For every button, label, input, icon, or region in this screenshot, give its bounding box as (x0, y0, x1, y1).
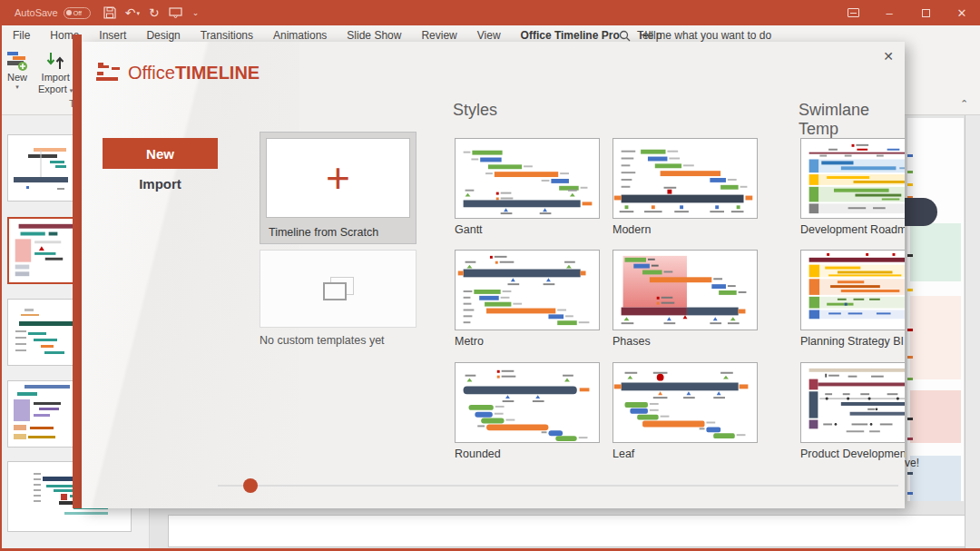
tab-slide-show[interactable]: Slide Show (347, 29, 401, 42)
tab-view[interactable]: View (477, 29, 501, 42)
minimize-button[interactable]: – (871, 0, 907, 25)
tab-file[interactable]: File (13, 29, 30, 42)
tab-transitions[interactable]: Transitions (201, 29, 253, 42)
office-timeline-logo: OfficeTIMELINE (96, 60, 260, 82)
save-icon[interactable] (103, 6, 116, 19)
search-icon (619, 30, 631, 42)
autosave-state: Off (74, 10, 82, 16)
start-presentation-button[interactable] (169, 7, 182, 19)
tab-design[interactable]: Design (146, 29, 180, 42)
styles-heading: Styles (453, 101, 497, 120)
swimlane-product-development-label: Product Development & (800, 448, 905, 460)
autosave-toggle[interactable]: AutoSave Off (15, 7, 91, 19)
tab-animations[interactable]: Animations (273, 29, 327, 42)
scratch-card-canvas: + (266, 138, 410, 218)
window-controls: – ✕ (835, 0, 980, 25)
style-leaf-thumbnail[interactable] (612, 362, 758, 443)
ribbon-display-icon (848, 8, 859, 17)
new-caret-icon: ▾ (15, 84, 19, 91)
window-right-gutter (965, 115, 980, 548)
logo-text: OfficeTIMELINE (128, 64, 260, 82)
clipped-text: ve! (905, 457, 919, 469)
ribbon-new-label: New (7, 72, 27, 84)
template-zoom-slider-handle[interactable] (243, 478, 258, 493)
ribbon-import-export-button[interactable]: Import Export ▾ (38, 47, 73, 94)
tab-insert[interactable]: Insert (99, 29, 126, 42)
office-timeline-logo-icon (96, 60, 122, 82)
undo-icon: ↶ (125, 6, 136, 19)
scratch-card-label: Timeline from Scratch (269, 226, 378, 239)
dialog-close-button[interactable]: ✕ (877, 45, 900, 67)
ribbon-new-button[interactable]: New ▾ (5, 47, 29, 94)
title-bar: AutoSave Off ↶ ▾ ↻ ⌄ – ✕ (0, 0, 980, 25)
underlying-task-pane (907, 118, 964, 501)
style-metro-thumbnail[interactable] (455, 250, 600, 330)
style-phases-label: Phases (612, 335, 767, 348)
current-slide-canvas[interactable] (168, 515, 966, 547)
dialog-nav-new[interactable]: New (103, 138, 218, 169)
redo-button[interactable]: ↻ (149, 6, 160, 19)
custom-card-canvas (260, 250, 416, 328)
quick-access-toolbar: ↶ ▾ ↻ ⌄ (103, 6, 200, 19)
style-phases-thumbnail[interactable] (612, 250, 758, 330)
tab-review[interactable]: Review (421, 29, 456, 42)
swimlane-development-roadmap-label: Development Roadmap (800, 223, 905, 236)
swimlane-heading: Swimlane Temp (799, 101, 905, 139)
ribbon-import-label: Import (42, 72, 70, 84)
dialog-nav-import[interactable]: Import (103, 176, 218, 192)
template-zoom-slider-track[interactable] (218, 485, 898, 487)
more-icon: ⌄ (192, 9, 200, 17)
maximize-icon (922, 9, 930, 17)
templates-placeholder-icon (323, 277, 354, 300)
dialog-close-icon: ✕ (883, 49, 894, 64)
close-button[interactable]: ✕ (944, 0, 980, 25)
collapse-ribbon-icon[interactable]: ⌃ (960, 98, 968, 110)
swimlane-planning-strategy-thumbnail[interactable] (800, 250, 905, 330)
style-modern-label: Modern (612, 223, 767, 236)
red-accent-strip (73, 34, 82, 508)
import-export-icon (44, 50, 66, 72)
maximize-button[interactable] (907, 0, 944, 25)
swimlane-planning-strategy-label: Planning Strategy BI Ro (800, 335, 905, 348)
window-border-left (0, 25, 2, 551)
autosave-dot-icon (66, 10, 72, 15)
new-timeline-icon (5, 50, 29, 72)
style-gantt-label: Gantt (455, 223, 609, 236)
autosave-pill[interactable]: Off (64, 7, 91, 19)
customize-toolbar-button[interactable]: ⌄ (191, 9, 200, 17)
close-icon: ✕ (957, 6, 967, 20)
plus-icon: + (326, 162, 350, 195)
floating-pill-shape (905, 198, 937, 226)
redo-icon: ↻ (149, 6, 160, 19)
ribbon-display-options-button[interactable] (835, 0, 871, 25)
timeline-from-scratch-card[interactable]: + Timeline from Scratch (260, 132, 416, 244)
tab-office-timeline-pro[interactable]: Office Timeline Pro (521, 29, 620, 42)
style-leaf-label: Leaf (612, 448, 767, 460)
swimlane-development-roadmap-thumbnail[interactable] (800, 138, 905, 219)
undo-caret-icon: ▾ (136, 10, 140, 16)
office-timeline-dialog: OfficeTIMELINE ✕ New Import + Timeline f… (82, 42, 905, 508)
minimize-icon: – (886, 6, 892, 20)
style-modern-thumbnail[interactable] (612, 138, 758, 219)
undo-button[interactable]: ↶ ▾ (125, 6, 140, 19)
swimlane-product-development-thumbnail[interactable] (800, 362, 905, 443)
style-gantt-thumbnail[interactable] (455, 138, 600, 219)
ribbon-export-label: Export (38, 84, 67, 94)
autosave-label: AutoSave (15, 7, 58, 18)
custom-card-label: No custom templates yet (260, 334, 416, 347)
search-text: Tell me what you want to do (637, 29, 771, 42)
style-metro-label: Metro (455, 335, 609, 348)
custom-templates-card[interactable]: No custom templates yet (260, 250, 416, 353)
style-rounded-thumbnail[interactable] (455, 362, 600, 443)
style-rounded-label: Rounded (455, 448, 609, 460)
